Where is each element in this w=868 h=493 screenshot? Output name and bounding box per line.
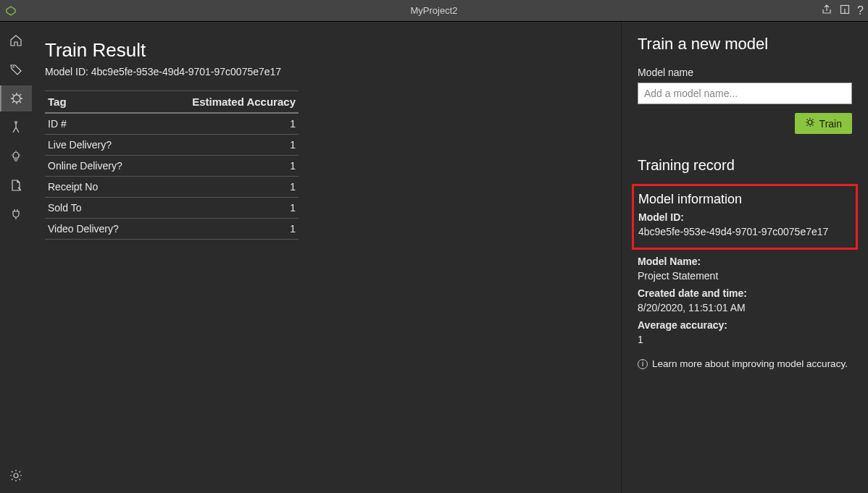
sidebar-doc-icon[interactable] (0, 172, 32, 198)
created-value: 8/20/2020, 11:51:01 AM (638, 302, 852, 313)
app-body: Train Result Model ID: 4bc9e5fe-953e-49d… (0, 22, 868, 493)
model-id-line: Model ID: 4bc9e5fe-953e-49d4-9701-97c007… (45, 66, 601, 77)
svg-point-3 (13, 95, 20, 102)
model-name-key: Model Name: (638, 256, 852, 267)
model-id-key: Model ID: (638, 211, 851, 223)
svg-point-6 (808, 120, 812, 125)
table-row: Online Delivery?1 (45, 156, 299, 177)
learn-more-text: Learn more about improving model accurac… (652, 358, 848, 369)
titlebar: MyProject2 ? (0, 0, 868, 22)
window-title: MyProject2 (0, 5, 868, 16)
col-tag: Tag (45, 91, 152, 114)
training-record-heading: Training record (638, 157, 852, 174)
main-content: Train Result Model ID: 4bc9e5fe-953e-49d… (32, 22, 622, 493)
created-key: Created date and time: (638, 287, 852, 299)
sidebar (0, 22, 32, 493)
page-heading: Train Result (45, 39, 601, 62)
sidebar-plug-icon[interactable] (0, 201, 32, 227)
sidebar-settings-icon[interactable] (0, 463, 32, 489)
app-logo-icon (0, 5, 22, 17)
accuracy-value: 1 (638, 334, 852, 345)
sidebar-tag-icon[interactable] (0, 56, 32, 83)
table-row: ID #1 (45, 113, 299, 135)
share-icon[interactable] (821, 4, 832, 17)
train-new-heading: Train a new model (638, 35, 852, 54)
help-icon[interactable]: ? (857, 4, 864, 17)
sidebar-compose-icon[interactable] (0, 114, 32, 140)
table-row: Receipt No1 (45, 177, 299, 198)
table-row: Video Delivery?1 (45, 219, 299, 240)
col-accuracy: Estimated Accuracy (152, 91, 299, 114)
train-button[interactable]: Train (795, 113, 852, 134)
svg-point-2 (13, 67, 14, 68)
right-panel: Train a new model Model name Train Train… (622, 22, 868, 493)
model-info-highlight: Model information Model ID: 4bc9e5fe-953… (632, 184, 858, 250)
info-icon: i (638, 359, 648, 369)
model-id-value: 4bc9e5fe-953e-49d4-9701-97c0075e7e17 (638, 226, 851, 237)
table-row: Sold To1 (45, 198, 299, 219)
accuracy-table: Tag Estimated Accuracy ID #1 Live Delive… (45, 90, 299, 240)
model-name-value: Project Statement (638, 270, 852, 282)
model-name-label: Model name (638, 67, 852, 78)
learn-more-link[interactable]: i Learn more about improving model accur… (638, 358, 852, 369)
train-gear-icon (805, 117, 815, 130)
sidebar-home-icon[interactable] (0, 28, 32, 54)
window-icon[interactable] (840, 4, 850, 17)
model-info-title: Model information (638, 192, 851, 207)
train-button-label: Train (819, 118, 842, 130)
sidebar-bulb-icon[interactable] (0, 143, 32, 169)
sidebar-train-icon[interactable] (0, 85, 32, 111)
model-name-input[interactable] (638, 83, 852, 104)
accuracy-key: Average accuracy: (638, 319, 852, 331)
svg-point-5 (14, 473, 18, 478)
table-row: Live Delivery?1 (45, 135, 299, 156)
